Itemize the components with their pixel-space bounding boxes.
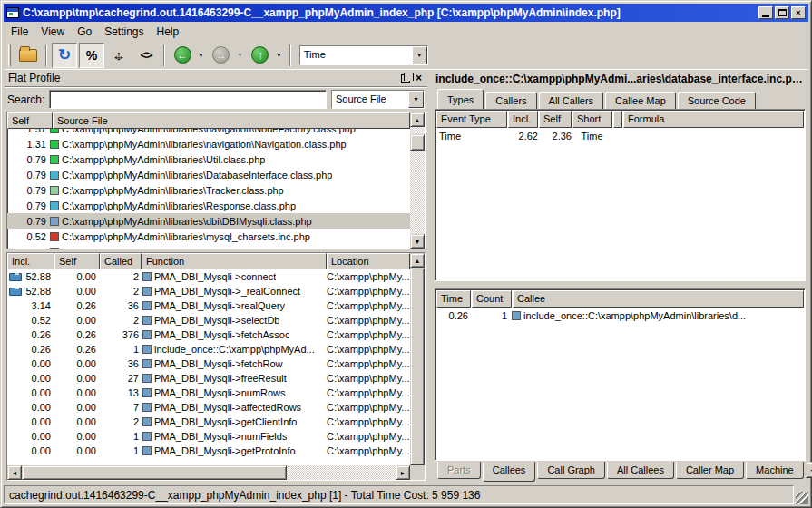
flat-profile-row[interactable]: 1.57C:\xampp\phpMyAdmin\libraries\naviga… [7, 129, 410, 136]
column-header-self[interactable]: Self [7, 112, 53, 129]
chevron-down-icon[interactable]: ▼ [408, 91, 424, 108]
function-row[interactable]: 0.000.0013PMA_DBI_Mysqli->numRowsC:\xamp… [7, 386, 410, 400]
source-list-vertical-scrollbar[interactable]: ▲ ▼ [410, 112, 425, 249]
relative-to-parent-button[interactable]: ↔↕ [106, 43, 132, 68]
menu-settings[interactable]: Settings [99, 24, 149, 40]
column-header-spacer[interactable] [613, 111, 622, 128]
tab-call-graph[interactable]: Call Graph [537, 462, 605, 479]
called-value: 1 [100, 344, 142, 355]
flat-profile-row[interactable]: 0.79C:\xampp\phpMyAdmin\libraries\Tracke… [7, 182, 410, 198]
toolbar-handle[interactable] [8, 44, 11, 66]
menu-go[interactable]: Go [72, 24, 97, 40]
function-row[interactable]: 0.000.0027PMA_DBI_Mysqli->freeResultC:\x… [7, 371, 410, 386]
column-header-location[interactable]: Location [327, 253, 410, 269]
function-row[interactable]: 0.260.261include_once::C:\xampp\phpMyAd.… [7, 342, 410, 357]
tab-machine[interactable]: Machine [746, 462, 804, 479]
tab-source-code[interactable]: Source Code [678, 92, 756, 109]
column-header-source-file[interactable]: Source File [53, 112, 410, 129]
scroll-up-icon[interactable]: ▲ [410, 112, 425, 127]
function-row[interactable]: 0.260.26376PMA_DBI_Mysqli->fetchAssocC:\… [7, 327, 410, 342]
relative-percent-button[interactable]: % [79, 43, 104, 68]
menu-file[interactable]: File [5, 24, 34, 40]
tab-callee-map[interactable]: Callee Map [605, 92, 676, 109]
close-button[interactable]: × [791, 6, 806, 19]
column-header-count[interactable]: Count [472, 290, 512, 308]
forward-button[interactable]: → [209, 43, 234, 68]
maximize-button[interactable] [775, 6, 789, 19]
tab-caller-map[interactable]: Caller Map [676, 462, 744, 479]
cycle-detection-button[interactable]: ↻ [52, 43, 77, 68]
tab-callees[interactable]: Callees [483, 462, 536, 482]
resize-grip[interactable] [796, 492, 808, 504]
tab-all-callers[interactable]: All Callers [539, 92, 604, 109]
open-file-button[interactable] [15, 43, 41, 68]
called-value: 13 [100, 387, 142, 398]
column-header-formula[interactable]: Formula [623, 111, 804, 128]
forward-dropdown-arrow: ▼ [234, 52, 246, 58]
column-header-function[interactable]: Function [142, 253, 327, 269]
event-type-row[interactable]: Time2.622.36Time [435, 128, 805, 143]
tab-scrollers: ◄► [806, 462, 812, 478]
self-value: 0.00 [54, 271, 100, 282]
column-header-time[interactable]: Time [436, 290, 471, 308]
column-header-event-type[interactable]: Event Type [436, 111, 507, 128]
function-row[interactable]: 3.140.2636PMA_DBI_Mysqli->realQueryC:\xa… [7, 298, 410, 313]
search-input[interactable] [49, 90, 327, 109]
scrollbar-thumb[interactable] [410, 134, 425, 151]
event-type-combobox[interactable]: Time ▼ [299, 45, 428, 65]
flat-profile-row[interactable]: 0.52C:\xampp\phpMyAdmin\libraries\mysql_… [7, 229, 410, 244]
callee-row[interactable]: 0.261include_once::C:\xampp\phpMyAdmin\l… [435, 308, 805, 323]
source-file-path: C:\xampp\phpMyAdmin\libraries\user_prefe… [62, 247, 316, 249]
scroll-up-icon[interactable]: ▲ [410, 253, 425, 268]
function-row[interactable]: 52.880.002PMA_DBI_Mysqli->connectC:\xamp… [7, 269, 410, 284]
up-dropdown-arrow[interactable]: ▼ [273, 52, 285, 58]
column-header-self[interactable]: Self [539, 111, 572, 128]
flat-profile-row[interactable]: 1.31C:\xampp\phpMyAdmin\libraries\naviga… [7, 136, 410, 151]
column-header-called[interactable]: Called [100, 253, 142, 269]
shorten-templates-button[interactable]: <> [133, 43, 159, 68]
function-row[interactable]: 0.000.0036PMA_DBI_Mysqli->fetchRowC:\xam… [7, 357, 410, 371]
function-row[interactable]: 0.000.001PMA_DBI_Mysqli->getProtoInfoC:\… [7, 444, 410, 458]
self-cost-value: 0.52 [7, 231, 49, 242]
function-list-vertical-scrollbar[interactable]: ▲ ▼ [410, 253, 425, 480]
dock-float-icon[interactable] [401, 74, 410, 83]
column-header-short[interactable]: Short [572, 111, 612, 128]
source-file-path: C:\xampp\phpMyAdmin\libraries\Util.class… [62, 154, 265, 165]
flat-profile-row[interactable]: 0.79C:\xampp\phpMyAdmin\libraries\Respon… [7, 198, 410, 213]
flat-profile-row[interactable]: 0.52C:\xampp\phpMyAdmin\libraries\user_p… [7, 244, 410, 249]
function-row[interactable]: 0.000.001PMA_DBI_Mysqli->numFieldsC:\xam… [7, 429, 410, 444]
tab-callers[interactable]: Callers [485, 92, 536, 109]
function-list-horizontal-scrollbar[interactable]: ◄ ► [7, 465, 410, 480]
back-dropdown-arrow[interactable]: ▼ [195, 52, 207, 58]
scroll-right-icon[interactable]: ► [396, 465, 410, 480]
chevron-down-icon[interactable]: ▼ [412, 46, 427, 64]
up-button[interactable]: ↑ [248, 43, 273, 68]
back-button[interactable]: ← [170, 43, 195, 68]
column-header-callee[interactable]: Callee [513, 290, 804, 308]
function-row[interactable]: 0.000.007PMA_DBI_Mysqli->affectedRowsC:\… [7, 400, 410, 415]
dock-close-icon[interactable]: × [414, 73, 424, 83]
scroll-down-icon[interactable]: ▼ [410, 234, 425, 249]
self-value: 0.00 [54, 431, 100, 442]
scroll-left-icon[interactable]: ◄ [806, 462, 812, 478]
function-row[interactable]: 0.000.002PMA_DBI_Mysqli->getClientInfoC:… [7, 415, 410, 429]
menu-view[interactable]: View [35, 24, 70, 40]
scrollbar-thumb[interactable] [22, 465, 287, 480]
function-name: PMA_DBI_Mysqli->numFields [154, 431, 287, 442]
flat-profile-row[interactable]: 0.79C:\xampp\phpMyAdmin\libraries\dbi\DB… [7, 213, 410, 229]
column-header-incl[interactable]: Incl. [7, 253, 54, 269]
flat-profile-row[interactable]: 0.79C:\xampp\phpMyAdmin\libraries\Util.c… [7, 151, 410, 167]
function-row[interactable]: 52.880.002PMA_DBI_Mysqli->_realConnectC:… [7, 284, 410, 298]
minimize-button[interactable] [758, 6, 773, 19]
function-icon [142, 359, 152, 368]
scroll-left-icon[interactable]: ◄ [7, 465, 22, 480]
tab-all-callees[interactable]: All Callees [607, 462, 674, 479]
function-row[interactable]: 0.520.002PMA_DBI_Mysqli->selectDbC:\xamp… [7, 313, 410, 327]
menu-help[interactable]: Help [152, 24, 185, 40]
tab-types[interactable]: Types [437, 89, 484, 109]
column-header-self[interactable]: Self [54, 253, 100, 269]
detail-splitter[interactable] [434, 281, 807, 288]
column-header-incl[interactable]: Incl. [508, 111, 538, 128]
grouping-combobox[interactable]: Source File ▼ [331, 90, 425, 109]
flat-profile-row[interactable]: 0.79C:\xampp\phpMyAdmin\libraries\Databa… [7, 167, 410, 182]
